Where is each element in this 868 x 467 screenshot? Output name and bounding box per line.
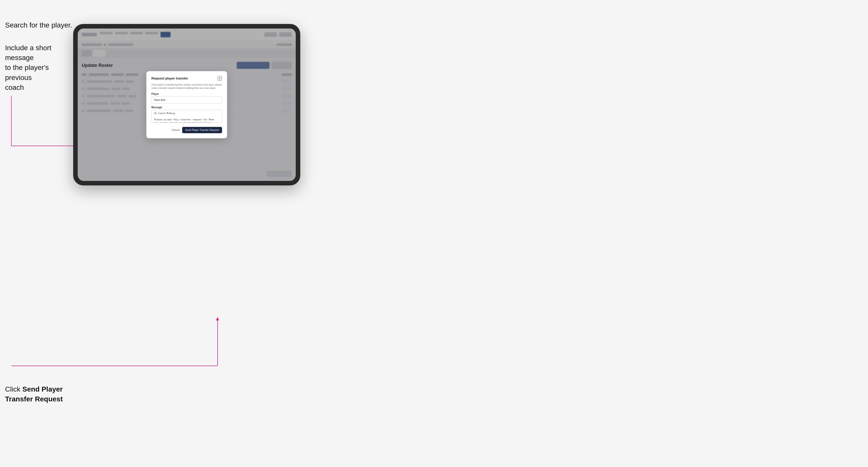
send-transfer-button[interactable]: Send Player Transfer Request	[182, 127, 222, 133]
modal-footer: Cancel Send Player Transfer Request	[151, 127, 222, 133]
modal-description: If the player is transferring from anoth…	[151, 83, 222, 90]
tablet-device: Update Roster	[73, 24, 300, 185]
annotation-message: Include a short messageto the player's p…	[5, 43, 71, 92]
modal-header: Request player transfer ×	[151, 76, 222, 81]
modal-close-button[interactable]: ×	[217, 76, 222, 81]
cancel-button[interactable]: Cancel	[172, 129, 180, 131]
player-search-input[interactable]	[151, 96, 222, 103]
player-field-label: Player	[151, 93, 222, 95]
message-field-label: Message	[151, 106, 222, 109]
modal-overlay: Request player transfer × If the player …	[78, 29, 296, 181]
annotation-search: Search for the player.	[5, 20, 72, 30]
request-transfer-modal: Request player transfer × If the player …	[146, 71, 227, 138]
svg-marker-5	[216, 317, 219, 320]
annotation-click: Click Send Player Transfer Request	[5, 384, 71, 404]
message-textarea[interactable]: Hi Coach McHarg, Please accept this tran…	[151, 110, 222, 123]
annotation-click-prefix: Click	[5, 385, 22, 393]
modal-title: Request player transfer	[151, 76, 188, 80]
tablet-screen: Update Roster	[78, 29, 296, 181]
